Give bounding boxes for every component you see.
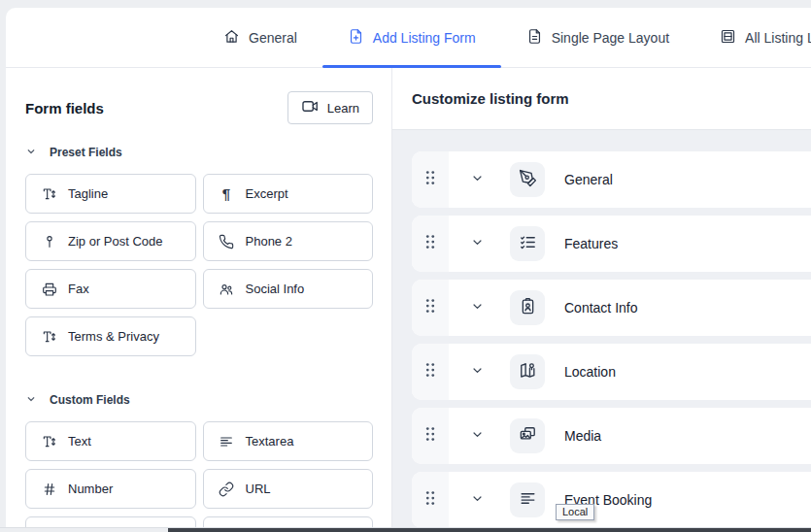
row-label: Media [564, 428, 601, 444]
main-area: Form fields Learn Preset Fields Tagline … [6, 68, 811, 532]
row-features: Features [412, 216, 811, 272]
chevron-down-icon [470, 491, 485, 510]
row-label: Location [564, 364, 616, 380]
section-label: Custom Fields [50, 393, 130, 407]
customize-header: Customize listing form [392, 68, 811, 129]
field-excerpt[interactable]: ¶ Excerpt [203, 174, 374, 214]
chevron-down-icon [470, 235, 485, 253]
form-rows-area: General Features Contact Info [392, 129, 811, 532]
chevron-down-icon [470, 427, 485, 446]
drag-handle[interactable] [412, 408, 449, 464]
section-label: Preset Fields [50, 146, 122, 159]
field-number[interactable]: Number [25, 469, 196, 509]
field-label: Number [68, 482, 113, 496]
field-label: Phone 2 [246, 234, 292, 249]
field-label: Zip or Post Code [68, 234, 163, 249]
row-event-booking: Event Booking [412, 472, 811, 528]
field-social-info[interactable]: Social Info [203, 269, 374, 309]
video-icon [301, 97, 320, 118]
learn-button[interactable]: Learn [287, 91, 373, 124]
field-phone-2[interactable]: Phone 2 [203, 221, 374, 261]
row-location: Location [412, 344, 811, 400]
hash-icon [41, 482, 57, 497]
printer-icon [41, 282, 57, 297]
tab-label: All Listing Layout [745, 30, 811, 46]
row-expand-toggle[interactable] [470, 235, 485, 253]
align-left-icon [219, 434, 235, 449]
horizontal-scrollbar [0, 527, 811, 532]
field-zip-or-post-code[interactable]: Zip or Post Code [25, 221, 196, 261]
chevron-down-icon [25, 391, 37, 409]
drag-dots-icon [420, 487, 441, 513]
section-custom-fields: Custom Fields Text Textarea Number URL D… [25, 391, 373, 532]
tab-label: Single Page Layout [552, 30, 669, 46]
tab-all-listing-layout[interactable]: All Listing Layout [694, 8, 811, 67]
drag-dots-icon [420, 167, 441, 192]
row-label: Contact Info [564, 300, 638, 316]
row-expand-toggle[interactable] [470, 171, 485, 189]
drag-dots-icon [420, 231, 441, 256]
pilcrow-icon: ¶ [219, 186, 235, 201]
file-text-icon [526, 28, 543, 48]
field-grid: Text Textarea Number URL Date Time [25, 421, 373, 532]
field-fax[interactable]: Fax [25, 269, 196, 309]
field-label: Excerpt [246, 186, 288, 201]
field-text[interactable]: Text [25, 421, 196, 461]
top-tab-bar: General Add Listing Form Single Page Lay… [6, 8, 811, 68]
drag-handle[interactable] [412, 280, 449, 336]
row-expand-toggle[interactable] [470, 491, 485, 510]
tab-label: Add Listing Form [373, 30, 476, 46]
row-expand-toggle[interactable] [470, 299, 485, 317]
row-icon-tile [510, 354, 545, 389]
clipboard-user-icon [519, 297, 537, 319]
drag-dots-icon [420, 359, 441, 384]
learn-button-label: Learn [327, 101, 359, 116]
layout-icon [720, 28, 736, 48]
row-icon-tile [510, 162, 545, 197]
field-label: Terms & Privacy [68, 329, 159, 344]
drag-dots-icon [420, 423, 441, 449]
chevron-down-icon [470, 171, 485, 189]
drag-handle[interactable] [412, 344, 449, 400]
list-check-icon [519, 233, 537, 255]
field-grid: Tagline ¶ Excerpt Zip or Post Code Phone… [25, 174, 373, 356]
row-contact-info: Contact Info [412, 280, 811, 336]
field-textarea[interactable]: Textarea [203, 421, 374, 461]
field-sections: Preset Fields Tagline ¶ Excerpt Zip or P… [25, 144, 373, 532]
tab-single-page-layout[interactable]: Single Page Layout [501, 8, 694, 67]
link-icon [219, 482, 235, 497]
text-size-icon [41, 434, 57, 449]
horizontal-scrollbar-thumb[interactable] [168, 528, 811, 532]
field-tagline[interactable]: Tagline [25, 174, 196, 214]
drag-handle[interactable] [412, 216, 449, 272]
row-label: Features [564, 236, 618, 251]
section-toggle[interactable]: Preset Fields [25, 144, 373, 161]
text-size-icon [41, 329, 57, 345]
field-label: Text [68, 434, 91, 449]
tab-add-listing-form[interactable]: Add Listing Form [322, 8, 501, 67]
tab-general[interactable]: General [198, 8, 322, 67]
row-expand-toggle[interactable] [470, 363, 485, 382]
row-general: General [412, 151, 811, 208]
app-card: General Add Listing Form Single Page Lay… [6, 8, 811, 532]
customize-panel: Customize listing form General Features [392, 68, 811, 532]
pen-icon [519, 169, 537, 191]
align-left-icon [519, 489, 537, 512]
tab-label: General [249, 30, 297, 46]
map-pin-icon [41, 234, 57, 249]
chevron-down-icon [25, 144, 37, 161]
form-fields-header: Form fields Learn [25, 91, 373, 124]
drag-handle[interactable] [412, 151, 449, 208]
row-icon-tile [510, 482, 545, 517]
images-icon [519, 425, 537, 448]
drag-handle[interactable] [412, 472, 449, 528]
local-tooltip: Local [556, 504, 594, 520]
field-label: Textarea [246, 434, 294, 449]
row-label: General [564, 172, 613, 187]
field-url[interactable]: URL [203, 469, 374, 509]
field-label: Fax [68, 282, 89, 296]
field-terms-privacy[interactable]: Terms & Privacy [25, 316, 196, 356]
text-size-icon [41, 186, 57, 202]
section-toggle[interactable]: Custom Fields [25, 391, 373, 409]
row-expand-toggle[interactable] [470, 427, 485, 446]
